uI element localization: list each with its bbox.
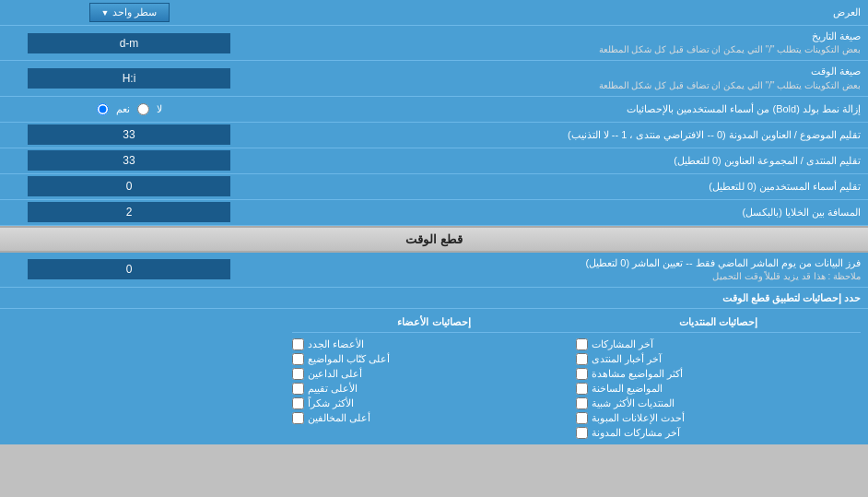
select-area: سطر واحد [0,1,258,24]
date-format-label: صيغة التاريخ بعض التكوينات يتطلب "/" الت… [258,26,868,60]
thread-subjects-row: تقليم الموضوع / العناوين المدونة (0 -- ا… [0,123,868,148]
checkbox-last-blog-posts[interactable] [576,427,588,439]
stats-col-right-label [7,314,292,439]
stats-col-members: إحصائيات الأعضاء الأعضاء الجدد أعلى كتّا… [292,314,577,439]
forum-addresses-input-area [0,148,258,172]
checkbox-item-3: أكثر المواضيع مشاهدة [576,368,861,380]
stats-title-row: حدد إحصائيات لتطبيق قطع الوقت [0,288,868,309]
radio-yes-label: لا [157,103,162,115]
time-format-input[interactable] [28,68,230,89]
checkbox-popular-forums[interactable] [576,397,588,409]
checkbox-item-m3: أعلى الداعين [292,368,577,380]
checkbox-top-rated[interactable] [292,383,304,395]
checkbox-item-4: المواضيع الساخنة [576,383,861,395]
time-format-input-area [0,66,258,90]
display-select[interactable]: سطر واحد [89,3,170,22]
realtime-input[interactable] [28,259,230,279]
realtime-section-header: قطع الوقت [0,226,868,253]
bold-remove-input-area: لا نعم [0,101,258,117]
realtime-input-area [0,257,258,281]
radio-yes[interactable] [97,103,109,115]
checkbox-top-inviters[interactable] [292,368,304,380]
checkbox-item-m6: أعلى المخالفين [292,412,577,424]
time-format-label: صيغة الوقت بعض التكوينات يتطلب "/" التي … [258,61,868,95]
realtime-row: فرز البيانات من يوم الماشر الماضي فقط --… [0,253,868,288]
user-names-input[interactable] [28,176,230,196]
main-container: العرض سطر واحد صيغة التاريخ بعض التكوينا… [0,0,868,444]
realtime-label: فرز البيانات من يوم الماشر الماضي فقط --… [258,253,868,287]
thread-subjects-label: تقليم الموضوع / العناوين المدونة (0 -- ا… [258,124,868,146]
cell-spacing-row: المسافة بين الخلايا (بالبكسل) [0,200,868,226]
checkbox-latest-classifieds[interactable] [576,412,588,424]
checkbox-most-thanked[interactable] [292,397,304,409]
cell-spacing-input-area [0,200,258,224]
header-label: العرض [258,3,868,22]
stats-title-label: حدد إحصائيات لتطبيق قطع الوقت [722,292,861,303]
bold-remove-row: إزالة نمط بولد (Bold) من أسماء المستخدمي… [0,97,868,123]
date-format-row: صيغة التاريخ بعض التكوينات يتطلب "/" الت… [0,26,868,61]
checkbox-item-1: آخر المشاركات [576,338,861,350]
select-label: سطر واحد [112,6,157,18]
user-names-row: تقليم أسماء المستخدمين (0 للتعطيل) [0,174,868,200]
user-names-input-area [0,174,258,198]
thread-subjects-input[interactable] [28,124,230,145]
forum-addresses-label: تقليم المنتدى / المجموعة العناوين (0 للت… [258,150,868,172]
stats-checkboxes: إحصائيات المنتديات آخر المشاركات آخر أخب… [0,309,868,444]
forum-addresses-row: تقليم المنتدى / المجموعة العناوين (0 للت… [0,148,868,174]
checkbox-item-5: المنتديات الأكثر شبية [576,397,861,409]
checkbox-hot-topics[interactable] [576,383,588,395]
stats-col-forums: إحصائيات المنتديات آخر المشاركات آخر أخب… [576,314,861,439]
user-names-label: تقليم أسماء المستخدمين (0 للتعطيل) [258,176,868,197]
cell-spacing-input[interactable] [28,202,230,222]
checkbox-last-news[interactable] [576,353,588,365]
date-format-input-area [0,31,258,55]
radio-no[interactable] [137,103,149,115]
stats-col-forums-header: إحصائيات المنتديات [576,314,861,333]
checkbox-top-violators[interactable] [292,412,304,424]
checkbox-item-m1: الأعضاء الجدد [292,338,577,350]
date-format-input[interactable] [28,33,230,53]
thread-subjects-input-area [0,123,258,147]
time-format-row: صيغة الوقت بعض التكوينات يتطلب "/" التي … [0,61,868,96]
checkbox-item-2: آخر أخبار المنتدى [576,353,861,365]
checkbox-item-m5: الأكثر شكراً [292,397,577,409]
bold-remove-label: إزالة نمط بولد (Bold) من أسماء المستخدمي… [258,99,868,120]
bold-radio-group: لا نعم [97,103,162,115]
radio-no-label: نعم [116,103,130,115]
forum-addresses-input[interactable] [28,150,230,171]
checkbox-item-6: أحدث الإعلانات المبوبة [576,412,861,424]
checkbox-item-m4: الأعلى تقييم [292,383,577,395]
header-row: العرض سطر واحد [0,0,868,26]
checkbox-most-viewed[interactable] [576,368,588,380]
cell-spacing-label: المسافة بين الخلايا (بالبكسل) [258,202,868,223]
checkbox-top-writers[interactable] [292,353,304,365]
checkbox-last-posts[interactable] [576,338,588,350]
checkbox-new-members[interactable] [292,338,304,350]
checkbox-item-7: آخر مشاركات المدونة [576,427,861,439]
checkbox-item-m2: أعلى كتّاب المواضيع [292,353,577,365]
stats-col-members-header: إحصائيات الأعضاء [292,314,577,333]
